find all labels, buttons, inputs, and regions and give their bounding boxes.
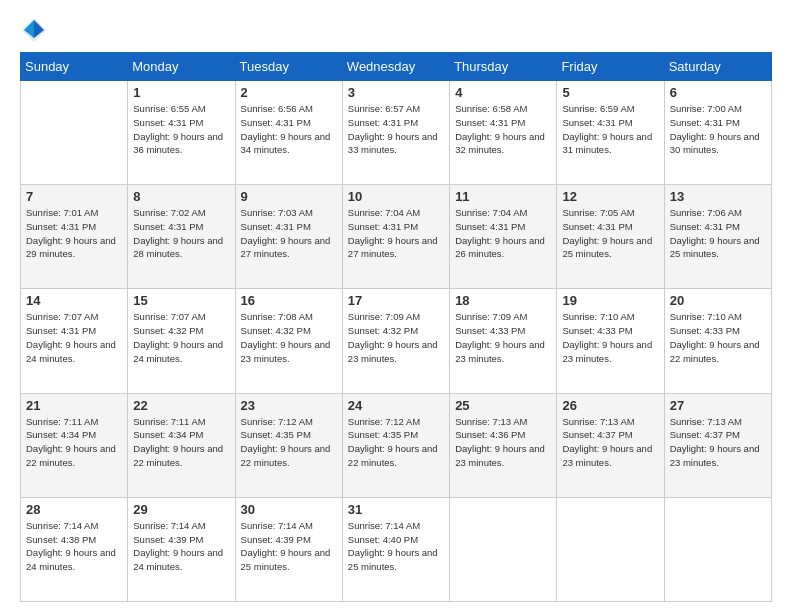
day-info: Sunrise: 6:57 AMSunset: 4:31 PMDaylight:…	[348, 102, 444, 157]
weekday-header-monday: Monday	[128, 53, 235, 81]
day-number: 18	[455, 293, 551, 308]
day-info: Sunrise: 7:04 AMSunset: 4:31 PMDaylight:…	[455, 206, 551, 261]
calendar: SundayMondayTuesdayWednesdayThursdayFrid…	[20, 52, 772, 602]
day-info: Sunrise: 7:13 AMSunset: 4:37 PMDaylight:…	[562, 415, 658, 470]
weekday-header-thursday: Thursday	[450, 53, 557, 81]
header	[20, 16, 772, 44]
day-number: 10	[348, 189, 444, 204]
day-info: Sunrise: 6:56 AMSunset: 4:31 PMDaylight:…	[241, 102, 337, 157]
day-number: 30	[241, 502, 337, 517]
calendar-cell: 25Sunrise: 7:13 AMSunset: 4:36 PMDayligh…	[450, 393, 557, 497]
day-info: Sunrise: 7:07 AMSunset: 4:32 PMDaylight:…	[133, 310, 229, 365]
weekday-header-saturday: Saturday	[664, 53, 771, 81]
week-row-3: 21Sunrise: 7:11 AMSunset: 4:34 PMDayligh…	[21, 393, 772, 497]
calendar-cell: 20Sunrise: 7:10 AMSunset: 4:33 PMDayligh…	[664, 289, 771, 393]
day-info: Sunrise: 7:05 AMSunset: 4:31 PMDaylight:…	[562, 206, 658, 261]
day-info: Sunrise: 7:14 AMSunset: 4:39 PMDaylight:…	[241, 519, 337, 574]
day-info: Sunrise: 7:07 AMSunset: 4:31 PMDaylight:…	[26, 310, 122, 365]
week-row-2: 14Sunrise: 7:07 AMSunset: 4:31 PMDayligh…	[21, 289, 772, 393]
calendar-cell: 16Sunrise: 7:08 AMSunset: 4:32 PMDayligh…	[235, 289, 342, 393]
day-number: 14	[26, 293, 122, 308]
calendar-cell: 21Sunrise: 7:11 AMSunset: 4:34 PMDayligh…	[21, 393, 128, 497]
day-info: Sunrise: 7:11 AMSunset: 4:34 PMDaylight:…	[26, 415, 122, 470]
day-number: 5	[562, 85, 658, 100]
day-number: 23	[241, 398, 337, 413]
logo-icon	[20, 16, 48, 44]
day-info: Sunrise: 7:13 AMSunset: 4:36 PMDaylight:…	[455, 415, 551, 470]
calendar-cell: 24Sunrise: 7:12 AMSunset: 4:35 PMDayligh…	[342, 393, 449, 497]
calendar-cell	[450, 497, 557, 601]
day-number: 31	[348, 502, 444, 517]
calendar-cell: 30Sunrise: 7:14 AMSunset: 4:39 PMDayligh…	[235, 497, 342, 601]
day-number: 16	[241, 293, 337, 308]
day-number: 3	[348, 85, 444, 100]
day-info: Sunrise: 7:14 AMSunset: 4:40 PMDaylight:…	[348, 519, 444, 574]
day-number: 1	[133, 85, 229, 100]
day-number: 28	[26, 502, 122, 517]
calendar-cell: 1Sunrise: 6:55 AMSunset: 4:31 PMDaylight…	[128, 81, 235, 185]
calendar-cell: 5Sunrise: 6:59 AMSunset: 4:31 PMDaylight…	[557, 81, 664, 185]
calendar-cell: 13Sunrise: 7:06 AMSunset: 4:31 PMDayligh…	[664, 185, 771, 289]
calendar-cell: 28Sunrise: 7:14 AMSunset: 4:38 PMDayligh…	[21, 497, 128, 601]
day-info: Sunrise: 7:12 AMSunset: 4:35 PMDaylight:…	[241, 415, 337, 470]
day-number: 9	[241, 189, 337, 204]
day-info: Sunrise: 7:12 AMSunset: 4:35 PMDaylight:…	[348, 415, 444, 470]
day-number: 26	[562, 398, 658, 413]
day-info: Sunrise: 7:06 AMSunset: 4:31 PMDaylight:…	[670, 206, 766, 261]
day-number: 4	[455, 85, 551, 100]
weekday-header-friday: Friday	[557, 53, 664, 81]
calendar-cell: 6Sunrise: 7:00 AMSunset: 4:31 PMDaylight…	[664, 81, 771, 185]
calendar-cell: 7Sunrise: 7:01 AMSunset: 4:31 PMDaylight…	[21, 185, 128, 289]
day-number: 6	[670, 85, 766, 100]
day-number: 22	[133, 398, 229, 413]
calendar-cell: 14Sunrise: 7:07 AMSunset: 4:31 PMDayligh…	[21, 289, 128, 393]
calendar-cell: 9Sunrise: 7:03 AMSunset: 4:31 PMDaylight…	[235, 185, 342, 289]
day-number: 27	[670, 398, 766, 413]
day-number: 7	[26, 189, 122, 204]
calendar-cell: 4Sunrise: 6:58 AMSunset: 4:31 PMDaylight…	[450, 81, 557, 185]
week-row-4: 28Sunrise: 7:14 AMSunset: 4:38 PMDayligh…	[21, 497, 772, 601]
calendar-cell: 23Sunrise: 7:12 AMSunset: 4:35 PMDayligh…	[235, 393, 342, 497]
day-info: Sunrise: 6:58 AMSunset: 4:31 PMDaylight:…	[455, 102, 551, 157]
day-number: 8	[133, 189, 229, 204]
calendar-cell: 29Sunrise: 7:14 AMSunset: 4:39 PMDayligh…	[128, 497, 235, 601]
day-number: 25	[455, 398, 551, 413]
calendar-cell: 31Sunrise: 7:14 AMSunset: 4:40 PMDayligh…	[342, 497, 449, 601]
calendar-cell: 8Sunrise: 7:02 AMSunset: 4:31 PMDaylight…	[128, 185, 235, 289]
day-info: Sunrise: 7:09 AMSunset: 4:32 PMDaylight:…	[348, 310, 444, 365]
day-number: 11	[455, 189, 551, 204]
weekday-header-tuesday: Tuesday	[235, 53, 342, 81]
day-info: Sunrise: 6:59 AMSunset: 4:31 PMDaylight:…	[562, 102, 658, 157]
weekday-header-row: SundayMondayTuesdayWednesdayThursdayFrid…	[21, 53, 772, 81]
day-number: 12	[562, 189, 658, 204]
calendar-cell: 11Sunrise: 7:04 AMSunset: 4:31 PMDayligh…	[450, 185, 557, 289]
weekday-header-sunday: Sunday	[21, 53, 128, 81]
day-number: 19	[562, 293, 658, 308]
day-info: Sunrise: 6:55 AMSunset: 4:31 PMDaylight:…	[133, 102, 229, 157]
week-row-1: 7Sunrise: 7:01 AMSunset: 4:31 PMDaylight…	[21, 185, 772, 289]
day-info: Sunrise: 7:09 AMSunset: 4:33 PMDaylight:…	[455, 310, 551, 365]
calendar-cell	[557, 497, 664, 601]
day-number: 13	[670, 189, 766, 204]
day-info: Sunrise: 7:14 AMSunset: 4:38 PMDaylight:…	[26, 519, 122, 574]
calendar-cell: 17Sunrise: 7:09 AMSunset: 4:32 PMDayligh…	[342, 289, 449, 393]
day-info: Sunrise: 7:13 AMSunset: 4:37 PMDaylight:…	[670, 415, 766, 470]
day-number: 2	[241, 85, 337, 100]
day-number: 15	[133, 293, 229, 308]
calendar-cell: 22Sunrise: 7:11 AMSunset: 4:34 PMDayligh…	[128, 393, 235, 497]
day-info: Sunrise: 7:04 AMSunset: 4:31 PMDaylight:…	[348, 206, 444, 261]
day-info: Sunrise: 7:01 AMSunset: 4:31 PMDaylight:…	[26, 206, 122, 261]
day-info: Sunrise: 7:10 AMSunset: 4:33 PMDaylight:…	[562, 310, 658, 365]
day-info: Sunrise: 7:02 AMSunset: 4:31 PMDaylight:…	[133, 206, 229, 261]
weekday-header-wednesday: Wednesday	[342, 53, 449, 81]
calendar-cell: 3Sunrise: 6:57 AMSunset: 4:31 PMDaylight…	[342, 81, 449, 185]
day-number: 24	[348, 398, 444, 413]
day-number: 20	[670, 293, 766, 308]
calendar-cell: 2Sunrise: 6:56 AMSunset: 4:31 PMDaylight…	[235, 81, 342, 185]
day-number: 17	[348, 293, 444, 308]
logo	[20, 16, 52, 44]
calendar-cell: 26Sunrise: 7:13 AMSunset: 4:37 PMDayligh…	[557, 393, 664, 497]
week-row-0: 1Sunrise: 6:55 AMSunset: 4:31 PMDaylight…	[21, 81, 772, 185]
calendar-cell: 15Sunrise: 7:07 AMSunset: 4:32 PMDayligh…	[128, 289, 235, 393]
calendar-cell: 18Sunrise: 7:09 AMSunset: 4:33 PMDayligh…	[450, 289, 557, 393]
